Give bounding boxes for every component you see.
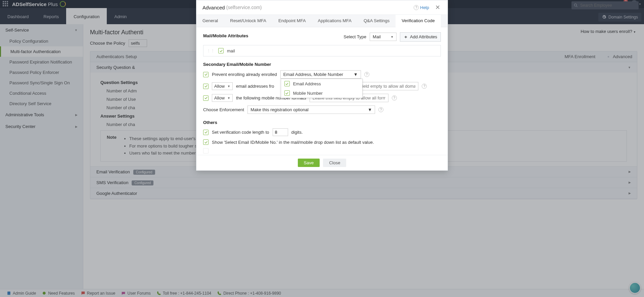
- opt-checkbox[interactable]: [284, 81, 290, 86]
- attr-checkbox[interactable]: [218, 48, 224, 53]
- email-domain-text: email addresses fro: [236, 84, 274, 89]
- advanced-modal: Advanced (selfservice.com) ? Help ✕ Gene…: [196, 0, 448, 171]
- modal-tab-general[interactable]: General: [196, 15, 224, 27]
- allow-select-1[interactable]: Allow▼: [212, 82, 233, 90]
- modal-tab-q-a-settings[interactable]: Q&A Settings: [358, 15, 396, 27]
- allow-select-2[interactable]: Allow▼: [212, 94, 233, 102]
- help-icon[interactable]: ?: [422, 84, 427, 89]
- drag-handle-icon[interactable]: ⋮⋮: [207, 49, 215, 53]
- code-length-suffix: digits.: [291, 130, 303, 135]
- close-button[interactable]: Close: [323, 159, 346, 167]
- modal-body: Mail/Mobile Attributes Select Type Mail▼…: [196, 27, 448, 155]
- option-email-address[interactable]: Email Address: [281, 79, 362, 88]
- help-icon[interactable]: ?: [392, 95, 397, 100]
- help-icon[interactable]: ?: [378, 107, 383, 112]
- show-default-checkbox[interactable]: [203, 139, 209, 145]
- modal-tab-verification-code[interactable]: Verification Code: [396, 15, 441, 27]
- save-button[interactable]: Save: [298, 159, 320, 167]
- mobile-format-checkbox[interactable]: [203, 95, 209, 101]
- select-type-label: Select Type: [343, 34, 366, 39]
- modal-tab-applications-mfa[interactable]: Applications MFA: [312, 15, 358, 27]
- email-domain-input[interactable]: [358, 82, 418, 90]
- attr-value: mail: [227, 48, 235, 53]
- code-length-prefix: Set verification code length to: [212, 130, 269, 135]
- modal-tabs: GeneralReset/Unlock MFAEndpoint MFAAppli…: [196, 15, 448, 27]
- modal-tab-reset-unlock-mfa[interactable]: Reset/Unlock MFA: [224, 15, 272, 27]
- prevent-checkbox[interactable]: [203, 72, 209, 77]
- show-default-label: Show 'Select Email ID/Mobile No.' in the…: [212, 140, 374, 145]
- modal-tab-endpoint-mfa[interactable]: Endpoint MFA: [272, 15, 312, 27]
- email-domain-checkbox[interactable]: [203, 84, 209, 89]
- select-type-dropdown[interactable]: Mail▼: [370, 33, 397, 41]
- choose-enforcement-label: Choose Enforcement: [203, 107, 244, 112]
- secondary-title: Secondary Email/Mobile Number: [203, 62, 441, 67]
- modal-title: Advanced: [202, 5, 225, 10]
- help-icon: ?: [414, 5, 419, 10]
- modal-close-button[interactable]: ✕: [434, 4, 442, 11]
- enforcement-dropdown[interactable]: Make this registration optional▼: [247, 105, 375, 114]
- option-mobile-number[interactable]: Mobile Number: [281, 88, 362, 98]
- attribute-row: ⋮⋮ mail: [203, 45, 441, 56]
- modal-overlay: Advanced (selfservice.com) ? Help ✕ Gene…: [0, 0, 644, 289]
- others-title: Others: [203, 120, 441, 125]
- partial-checkbox[interactable]: [203, 148, 209, 154]
- add-attributes-button[interactable]: ＋Add Attributes: [400, 32, 441, 42]
- prevent-dropdown-options: Email Address Mobile Number: [281, 79, 363, 98]
- mail-attr-title: Mail/Mobile Attributes: [203, 33, 248, 38]
- code-length-input[interactable]: [273, 128, 288, 136]
- modal-help-link[interactable]: ? Help: [414, 5, 429, 10]
- opt-checkbox[interactable]: [284, 90, 290, 96]
- plus-icon: ＋: [404, 34, 408, 40]
- prevent-label: Prevent enrolling already enrolled: [212, 72, 277, 77]
- help-icon[interactable]: ?: [364, 72, 369, 77]
- prevent-dropdown[interactable]: Email Address, Mobile Number▼ Email Addr…: [280, 70, 361, 79]
- code-length-checkbox[interactable]: [203, 130, 209, 135]
- modal-subtitle: (selfservice.com): [226, 5, 262, 10]
